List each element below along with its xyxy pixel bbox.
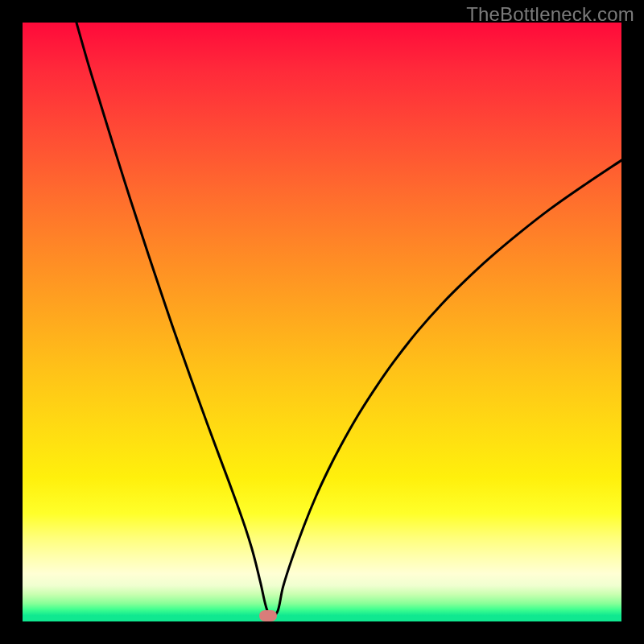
plot-area	[23, 23, 621, 621]
optimal-point-marker	[259, 610, 277, 621]
chart-frame: TheBottleneck.com	[0, 0, 644, 644]
watermark-text: TheBottleneck.com	[466, 3, 634, 26]
bottleneck-curve	[23, 23, 621, 621]
